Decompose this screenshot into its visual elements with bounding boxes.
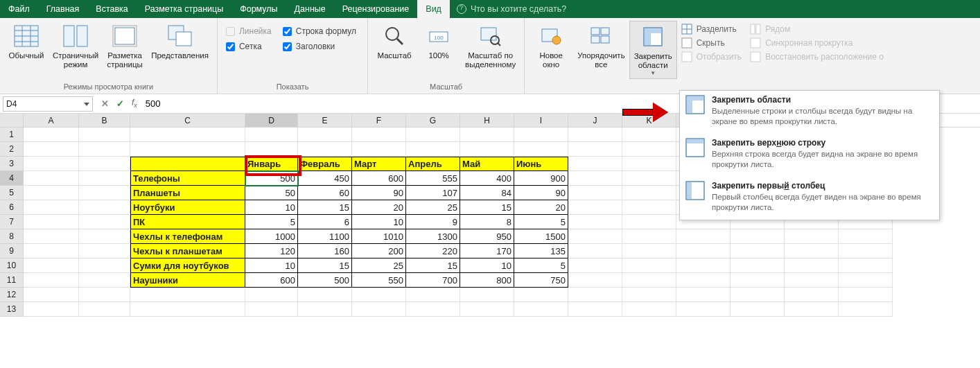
cell[interactable]: [622, 259, 676, 273]
cell[interactable]: [24, 215, 79, 229]
cell[interactable]: [79, 244, 130, 259]
cell[interactable]: 20: [352, 200, 406, 215]
cell[interactable]: [839, 302, 893, 317]
fx-icon[interactable]: fx: [128, 98, 141, 109]
cell[interactable]: [245, 142, 298, 157]
cell[interactable]: [514, 142, 568, 157]
hundred-button[interactable]: 100 100%: [417, 21, 461, 62]
cell[interactable]: [622, 229, 676, 244]
cell[interactable]: [676, 302, 730, 317]
cell[interactable]: 60: [298, 186, 352, 200]
freeze-panes-item[interactable]: Закрепить области Выделенные строки и ст…: [680, 91, 939, 134]
cell[interactable]: Чехлы к планшетам: [130, 244, 245, 259]
cell[interactable]: [514, 128, 568, 142]
cell[interactable]: [79, 171, 130, 186]
cell[interactable]: [514, 288, 568, 302]
cell[interactable]: 5: [514, 215, 568, 229]
cell[interactable]: [568, 128, 622, 142]
col-header-I[interactable]: I: [514, 114, 568, 127]
cell[interactable]: 5: [245, 215, 298, 229]
tab-data[interactable]: Данные: [286, 0, 334, 18]
cell[interactable]: 950: [460, 229, 514, 244]
cell[interactable]: [79, 302, 130, 317]
cell[interactable]: 9: [406, 215, 460, 229]
cell[interactable]: [568, 273, 622, 288]
cell[interactable]: 900: [514, 171, 568, 186]
tell-me-search[interactable]: Что вы хотите сделать?: [450, 4, 573, 14]
cell[interactable]: [622, 273, 676, 288]
row-header[interactable]: 4: [0, 171, 24, 186]
cell[interactable]: 90: [352, 186, 406, 200]
page-break-button[interactable]: Страничный режим: [49, 21, 103, 71]
ruler-checkbox[interactable]: Линейка: [226, 26, 272, 36]
cell[interactable]: 50: [245, 186, 298, 200]
cell[interactable]: Ноутбуки: [130, 200, 245, 215]
cell[interactable]: [839, 288, 893, 302]
cell[interactable]: [568, 259, 622, 273]
zoom-button[interactable]: Масштаб: [372, 21, 417, 62]
name-box[interactable]: D4: [3, 96, 93, 112]
cell[interactable]: [839, 273, 893, 288]
cell[interactable]: 20: [514, 200, 568, 215]
col-header-D[interactable]: D: [245, 114, 298, 127]
freeze-panes-button[interactable]: Закрепить области ▼: [629, 21, 677, 79]
cell[interactable]: [79, 259, 130, 273]
cell[interactable]: [676, 244, 730, 259]
freeze-first-col-item[interactable]: Закрепить первый столбец Первый столбец …: [680, 177, 939, 220]
row-header[interactable]: 1: [0, 128, 24, 142]
cell[interactable]: [568, 186, 622, 200]
cell[interactable]: [130, 157, 245, 171]
cell[interactable]: [460, 288, 514, 302]
cell[interactable]: [298, 142, 352, 157]
cell[interactable]: [568, 142, 622, 157]
cell[interactable]: [785, 273, 839, 288]
cell[interactable]: [676, 273, 730, 288]
cell[interactable]: [676, 288, 730, 302]
cell[interactable]: 120: [245, 244, 298, 259]
cell[interactable]: [785, 259, 839, 273]
cell[interactable]: [79, 128, 130, 142]
cell[interactable]: 10: [245, 259, 298, 273]
cell[interactable]: [568, 157, 622, 171]
cell[interactable]: [622, 128, 676, 142]
cell[interactable]: [622, 302, 676, 317]
cell[interactable]: 25: [406, 200, 460, 215]
cell[interactable]: [79, 215, 130, 229]
col-header-F[interactable]: F: [352, 114, 406, 127]
cell[interactable]: [352, 128, 406, 142]
cell[interactable]: [568, 215, 622, 229]
tab-page-layout[interactable]: Разметка страницы: [137, 0, 231, 18]
row-header[interactable]: 7: [0, 215, 24, 229]
cell[interactable]: 800: [460, 273, 514, 288]
cell[interactable]: [622, 171, 676, 186]
cell[interactable]: 15: [298, 200, 352, 215]
cell[interactable]: 220: [406, 244, 460, 259]
cell[interactable]: 550: [352, 273, 406, 288]
split-button[interactable]: Разделить: [681, 24, 742, 35]
cell[interactable]: [839, 244, 893, 259]
cell[interactable]: [730, 288, 785, 302]
cell[interactable]: 10: [460, 259, 514, 273]
cell[interactable]: 160: [298, 244, 352, 259]
cell[interactable]: [730, 273, 785, 288]
cell[interactable]: [730, 302, 785, 317]
cell[interactable]: [730, 244, 785, 259]
cell[interactable]: [676, 229, 730, 244]
cell[interactable]: [130, 142, 245, 157]
cell[interactable]: [406, 288, 460, 302]
cell[interactable]: [24, 302, 79, 317]
col-header-C[interactable]: C: [130, 114, 245, 127]
col-header-B[interactable]: B: [79, 114, 130, 127]
row-header[interactable]: 6: [0, 200, 24, 215]
headings-checkbox[interactable]: Заголовки: [283, 42, 356, 51]
row-header[interactable]: 12: [0, 288, 24, 302]
cell[interactable]: 15: [460, 200, 514, 215]
cell[interactable]: [24, 288, 79, 302]
cell[interactable]: 107: [406, 186, 460, 200]
cell[interactable]: 6: [298, 215, 352, 229]
new-window-button[interactable]: Новое окно: [529, 21, 573, 71]
cell[interactable]: Апрель: [406, 157, 460, 171]
cell[interactable]: Январь: [245, 157, 298, 171]
cell[interactable]: [130, 128, 245, 142]
cell[interactable]: [245, 288, 298, 302]
